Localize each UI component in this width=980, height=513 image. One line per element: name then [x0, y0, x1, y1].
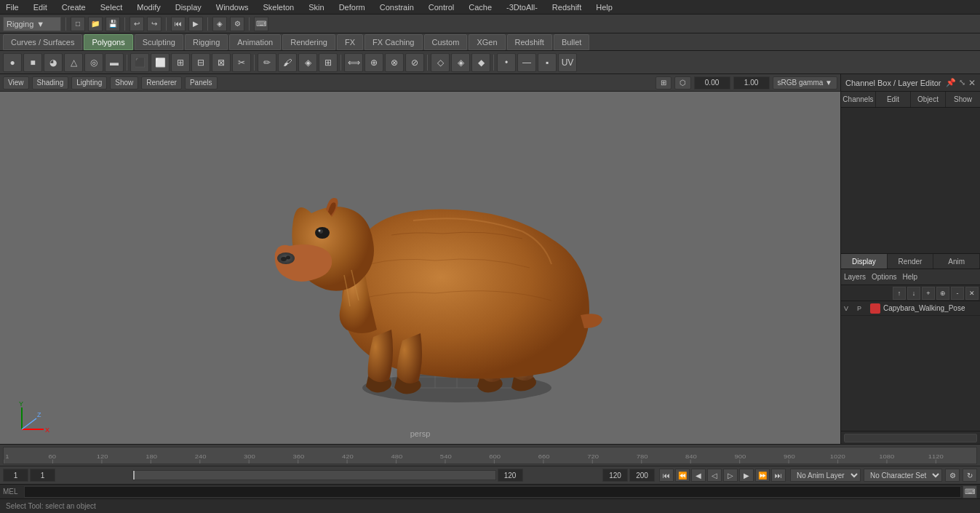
- anim-total-end[interactable]: [629, 469, 655, 482]
- tool-cylinder[interactable]: ◕: [44, 53, 63, 72]
- menu-create[interactable]: Create: [59, 3, 89, 12]
- viewport-lighting-menu[interactable]: Lighting: [71, 76, 107, 90]
- tool-uv[interactable]: UV: [558, 53, 577, 72]
- layers-menu-options[interactable]: Options: [872, 273, 896, 281]
- tab-xgen[interactable]: XGen: [469, 34, 505, 50]
- tool-snap-face[interactable]: ◆: [471, 53, 490, 72]
- tab-animation[interactable]: Animation: [229, 34, 281, 50]
- viewport-shading-menu[interactable]: Shading: [32, 76, 69, 90]
- tool-append[interactable]: ⊞: [171, 53, 190, 72]
- tool-bridge[interactable]: ⬜: [151, 53, 170, 72]
- undo-icon[interactable]: ↩: [130, 17, 144, 31]
- tool-select-vert[interactable]: •: [497, 53, 516, 72]
- tool-boolean[interactable]: ⊕: [364, 53, 383, 72]
- viewport-renderer-menu[interactable]: Renderer: [141, 76, 182, 90]
- tool-cube[interactable]: ■: [23, 53, 42, 72]
- script-icon[interactable]: ⌨: [254, 17, 268, 31]
- channel-tab-object[interactable]: Object: [911, 92, 946, 107]
- channel-tab-edit[interactable]: Edit: [876, 92, 911, 107]
- timeline-ruler[interactable]: 1 60 120 180 240 300 360 420 480 540: [3, 447, 977, 464]
- display-tab-render[interactable]: Render: [888, 254, 934, 269]
- script-editor-btn[interactable]: ⌨: [963, 485, 977, 498]
- play-icon[interactable]: ▶: [188, 17, 203, 31]
- character-set-dropdown[interactable]: No Character Set: [864, 469, 942, 482]
- layer-visibility-label[interactable]: V: [844, 305, 854, 312]
- viewport-show-menu[interactable]: Show: [110, 76, 138, 90]
- tool-plane[interactable]: ▬: [105, 53, 124, 72]
- tool-fill-hole[interactable]: ⊟: [191, 53, 210, 72]
- tab-sculpting[interactable]: Sculpting: [135, 34, 183, 50]
- panel-pin-icon[interactable]: 📌: [946, 78, 956, 88]
- menu-constrain[interactable]: Constrain: [377, 3, 417, 12]
- menu-skin[interactable]: Skin: [306, 3, 327, 12]
- play-forward-btn[interactable]: ▷: [723, 469, 738, 482]
- viewport-view-menu[interactable]: View: [3, 76, 29, 90]
- new-scene-icon[interactable]: □: [71, 17, 85, 31]
- menu-redshift[interactable]: Redshift: [549, 3, 584, 12]
- step-back-key-btn[interactable]: ⏮: [659, 469, 674, 482]
- layers-scrollbar[interactable]: [841, 431, 980, 444]
- render-settings-icon[interactable]: ⚙: [230, 17, 244, 31]
- viewport-wireframe-toggle[interactable]: ⬡: [674, 76, 691, 90]
- panel-expand-icon[interactable]: ⤡: [959, 78, 965, 88]
- step-forward-key-btn[interactable]: ⏭: [771, 469, 786, 482]
- tool-mirror[interactable]: ⟺: [344, 53, 363, 72]
- playback-settings-btn[interactable]: ⚙: [945, 469, 960, 482]
- layer-item[interactable]: V P Capybara_Walking_Pose: [841, 301, 980, 316]
- anim-range-end[interactable]: [602, 469, 628, 482]
- channel-tab-channels[interactable]: Channels: [841, 92, 876, 107]
- viewport-value-input[interactable]: [694, 76, 730, 90]
- range-end-input[interactable]: [498, 469, 523, 482]
- tool-snap-edge[interactable]: ◈: [451, 53, 470, 72]
- channel-tab-show[interactable]: Show: [946, 92, 980, 107]
- step-forward-btn[interactable]: ⏩: [755, 469, 770, 482]
- display-tab-anim[interactable]: Anim: [933, 254, 980, 269]
- step-forward-frame-btn[interactable]: ▶: [739, 469, 754, 482]
- menu-modify[interactable]: Modify: [134, 3, 163, 12]
- menu-help[interactable]: Help: [593, 3, 616, 12]
- layer-move-down-icon[interactable]: ↓: [907, 287, 920, 300]
- tool-select-face[interactable]: ▪: [538, 53, 557, 72]
- layer-playback-label[interactable]: P: [857, 305, 867, 312]
- anim-layer-dropdown[interactable]: No Anim Layer: [790, 469, 861, 482]
- viewport-grid-toggle[interactable]: ⊞: [656, 76, 672, 90]
- playback-loop-btn[interactable]: ↻: [963, 469, 977, 482]
- layer-remove-icon[interactable]: -: [951, 287, 964, 300]
- menu-3dtall[interactable]: -3DtoAll-: [503, 3, 541, 12]
- tab-fx[interactable]: FX: [337, 34, 363, 50]
- menu-select[interactable]: Select: [97, 3, 126, 12]
- layer-add-icon[interactable]: +: [922, 287, 935, 300]
- viewport[interactable]: X Y Z persp: [0, 92, 840, 444]
- tool-merge[interactable]: ⊠: [212, 53, 231, 72]
- tool-lattice[interactable]: ⊞: [319, 53, 338, 72]
- menu-edit[interactable]: Edit: [31, 3, 50, 12]
- tab-polygons[interactable]: Polygons: [84, 34, 132, 50]
- menu-display[interactable]: Display: [172, 3, 204, 12]
- tool-paint[interactable]: 🖌: [278, 53, 297, 72]
- tool-cone[interactable]: △: [64, 53, 83, 72]
- tab-fx-caching[interactable]: FX Caching: [364, 34, 422, 50]
- tab-redshift[interactable]: Redshift: [507, 34, 552, 50]
- rewind-icon[interactable]: ⏮: [171, 17, 186, 31]
- tool-combine[interactable]: ⊗: [385, 53, 404, 72]
- tool-torus[interactable]: ◎: [84, 53, 103, 72]
- tab-bullet[interactable]: Bullet: [554, 34, 590, 50]
- layer-color-swatch[interactable]: [870, 303, 880, 314]
- layers-menu-layers[interactable]: Layers: [844, 273, 866, 281]
- tool-sphere[interactable]: ●: [3, 53, 22, 72]
- menu-cache[interactable]: Cache: [466, 3, 495, 12]
- tool-cut[interactable]: ✂: [232, 53, 251, 72]
- tab-custom[interactable]: Custom: [424, 34, 468, 50]
- mode-dropdown[interactable]: Rigging ▼: [3, 17, 61, 31]
- viewport-color-space[interactable]: sRGB gamma ▼: [773, 76, 837, 90]
- frame-current-input[interactable]: [30, 469, 55, 482]
- tool-separate[interactable]: ⊘: [405, 53, 424, 72]
- step-back-btn[interactable]: ⏪: [675, 469, 690, 482]
- menu-skeleton[interactable]: Skeleton: [260, 3, 297, 12]
- save-scene-icon[interactable]: 💾: [105, 17, 120, 31]
- layer-delete-icon[interactable]: ✕: [965, 287, 979, 300]
- menu-deform[interactable]: Deform: [336, 3, 368, 12]
- mel-input[interactable]: [24, 486, 961, 498]
- tool-snap-vert[interactable]: ◇: [431, 53, 450, 72]
- viewport-panels-menu[interactable]: Panels: [185, 76, 218, 90]
